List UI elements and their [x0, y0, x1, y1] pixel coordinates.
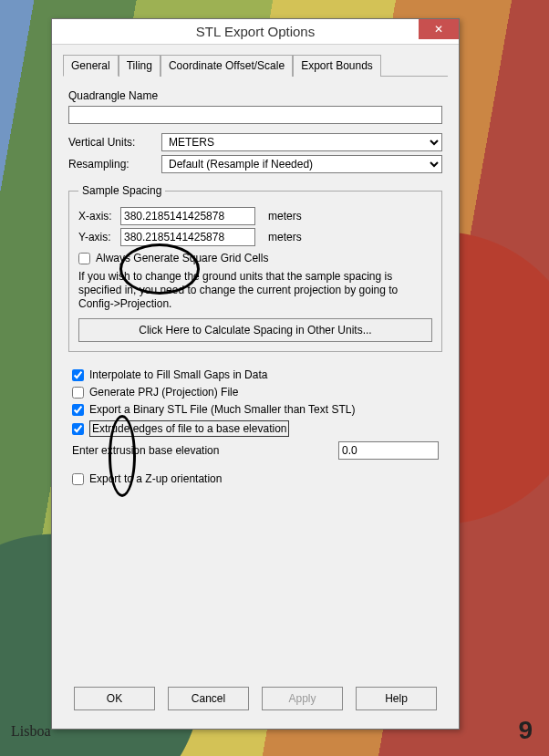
generate-prj-checkbox[interactable] [72, 387, 84, 399]
tab-export-bounds[interactable]: Export Bounds [293, 55, 381, 77]
extrusion-elevation-label: Enter extrusion base elevation [72, 444, 219, 457]
y-axis-unit: meters [268, 231, 302, 243]
binary-stl-checkbox[interactable] [72, 404, 84, 416]
x-axis-unit: meters [268, 210, 302, 223]
interpolate-checkbox[interactable] [72, 369, 84, 381]
help-button[interactable]: Help [356, 687, 437, 710]
extrude-label: Extrude edges of file to a base elevatio… [89, 420, 289, 437]
titlebar: STL Export Options ✕ [52, 19, 459, 45]
sample-spacing-legend: Sample Spacing [78, 184, 165, 197]
ok-button[interactable]: OK [74, 687, 155, 710]
close-button[interactable]: ✕ [419, 19, 459, 39]
resampling-select[interactable]: Default (Resample if Needed) [161, 155, 442, 173]
tab-general[interactable]: General [63, 55, 119, 77]
vertical-units-label: Vertical Units: [68, 136, 161, 149]
quadrangle-name-label: Quadrangle Name [68, 89, 442, 102]
vertical-units-select[interactable]: METERS [161, 133, 442, 151]
y-axis-input[interactable] [120, 228, 255, 246]
extrude-checkbox[interactable] [72, 423, 84, 435]
square-grid-label: Always Generate Square Grid Cells [96, 252, 268, 264]
binary-stl-label: Export a Binary STL File (Much Smaller t… [89, 403, 355, 416]
x-axis-label: X-axis: [78, 210, 120, 223]
generate-prj-label: Generate PRJ (Projection) File [89, 386, 238, 399]
apply-button[interactable]: Apply [262, 687, 343, 710]
tab-coordinate-offset-scale[interactable]: Coordinate Offset/Scale [161, 55, 293, 77]
interpolate-label: Interpolate to Fill Small Gaps in Data [89, 368, 267, 381]
zup-label: Export to a Z-up orientation [89, 472, 222, 485]
cancel-button[interactable]: Cancel [168, 687, 249, 710]
quadrangle-name-input[interactable] [68, 106, 442, 124]
map-city-label: Lisboa [11, 723, 51, 740]
dialog-title: STL Export Options [196, 24, 315, 39]
zup-checkbox[interactable] [72, 473, 84, 485]
resampling-label: Resampling: [68, 158, 161, 171]
stl-export-dialog: STL Export Options ✕ General Tiling Coor… [51, 18, 460, 730]
close-icon: ✕ [434, 23, 443, 36]
y-axis-label: Y-axis: [78, 231, 120, 243]
x-axis-input[interactable] [120, 207, 255, 225]
tab-bar: General Tiling Coordinate Offset/Scale E… [63, 54, 448, 77]
dialog-footer: OK Cancel Apply Help [63, 678, 448, 723]
tab-tiling[interactable]: Tiling [119, 55, 161, 77]
extrusion-elevation-input[interactable] [338, 441, 439, 460]
spacing-note: If you wish to change the ground units t… [78, 270, 432, 311]
calculate-spacing-button[interactable]: Click Here to Calculate Spacing in Other… [78, 318, 432, 342]
sample-spacing-group: Sample Spacing X-axis: meters Y-axis: me… [68, 184, 442, 352]
square-grid-checkbox[interactable] [78, 253, 90, 264]
page-number: 9 [518, 716, 533, 745]
